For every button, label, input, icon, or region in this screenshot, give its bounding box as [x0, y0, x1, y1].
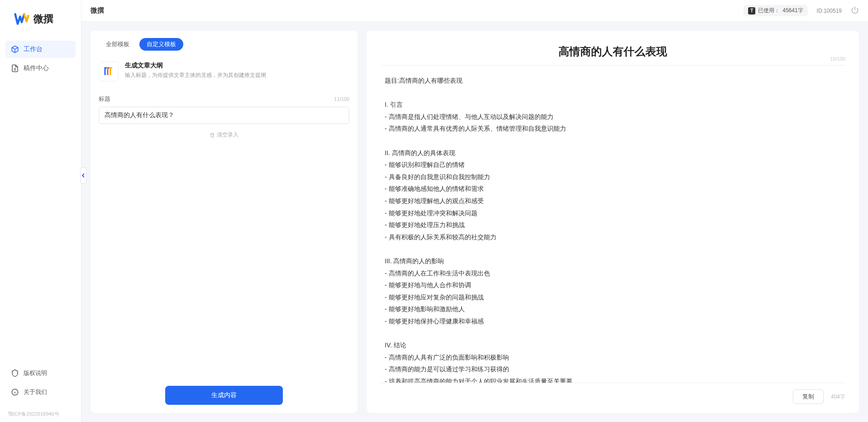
output-panel: 高情商的人有什么表现 10/100 题目:高情商的人有哪些表现 I. 引言 - …: [367, 31, 859, 413]
output-footer: 复制 404字: [367, 383, 859, 413]
template-card: 生成文章大纲 输入标题，为你提供文章主体的灵感，并为其创建推文提纲: [91, 55, 358, 88]
nav-label: 版权说明: [24, 369, 47, 377]
sidebar-footer: 版权说明 关于我们: [0, 359, 81, 408]
logo-icon: [14, 11, 30, 27]
copy-button[interactable]: 复制: [793, 389, 824, 404]
input-panel: 全部模板 自定义模板 生成文章大纲 输入标题，为你提供文章主体的灵感，并为其创建…: [91, 31, 358, 413]
user-id: ID:100519: [817, 8, 842, 14]
page-title: 微撰: [91, 6, 104, 15]
shield-icon: [11, 369, 19, 377]
clear-label: 清空录入: [217, 131, 238, 139]
clear-button[interactable]: 清空录入: [210, 131, 238, 139]
usage-value: 45641字: [782, 7, 803, 14]
output-body: 题目:高情商的人有哪些表现 I. 引言 - 高情商是指人们处理情绪、与他人互动以…: [367, 66, 859, 383]
cube-icon: [11, 45, 19, 53]
output-title: 高情商的人有什么表现: [376, 44, 850, 59]
generate-button[interactable]: 生成内容: [165, 386, 283, 405]
trash-icon: [210, 133, 215, 138]
nav-item-copyright[interactable]: 版权说明: [5, 365, 76, 382]
output-title-count: 10/100: [830, 56, 845, 62]
nav-item-workbench[interactable]: 工作台: [5, 41, 76, 58]
tabs: 全部模板 自定义模板: [91, 31, 358, 55]
sidebar: 微撰 工作台 稿件中心 版权说明 关于我们 鄂ICP备2022016946号: [0, 0, 81, 422]
usage-prefix: 已使用：: [758, 7, 780, 14]
power-icon[interactable]: [851, 6, 859, 16]
usage-badge: T 已使用： 45641字: [744, 5, 807, 16]
content: 全部模板 自定义模板 生成文章大纲 输入标题，为你提供文章主体的灵感，并为其创建…: [81, 22, 868, 422]
main: 微撰 T 已使用： 45641字 ID:100519 全部模板 自定义模板: [81, 0, 868, 422]
template-info: 生成文章大纲 输入标题，为你提供文章主体的灵感，并为其创建推文提纲: [125, 62, 266, 79]
form-section: 标题 11/100 清空录入: [91, 88, 358, 154]
info-icon: [11, 388, 19, 396]
topbar-right: T 已使用： 45641字 ID:100519: [744, 5, 859, 16]
template-desc: 输入标题，为你提供文章主体的灵感，并为其创建推文提纲: [125, 71, 266, 79]
chevron-left-icon: [81, 173, 86, 178]
topbar: 微撰 T 已使用： 45641字 ID:100519: [81, 0, 868, 22]
document-icon: [11, 64, 19, 72]
nav-label: 稿件中心: [24, 64, 49, 72]
logo-text: 微撰: [33, 12, 53, 26]
collapse-handle[interactable]: [80, 167, 86, 184]
output-header: 高情商的人有什么表现 10/100: [367, 31, 859, 65]
nav-label: 工作台: [24, 45, 43, 53]
nav-item-about[interactable]: 关于我们: [5, 384, 76, 401]
tab-all-templates[interactable]: 全部模板: [99, 38, 137, 51]
nav: 工作台 稿件中心: [0, 41, 81, 359]
nav-label: 关于我们: [24, 388, 47, 396]
word-count: 404字: [831, 393, 845, 401]
template-icon: [99, 62, 119, 81]
char-count: 11/100: [334, 96, 349, 102]
nav-item-drafts[interactable]: 稿件中心: [5, 60, 76, 77]
text-icon: T: [748, 7, 755, 14]
icp-text: 鄂ICP备2022016946号: [0, 408, 81, 422]
title-label: 标题: [99, 95, 110, 103]
template-title: 生成文章大纲: [125, 62, 266, 70]
tab-custom-templates[interactable]: 自定义模板: [139, 38, 183, 51]
title-input[interactable]: [99, 107, 349, 124]
logo: 微撰: [0, 0, 81, 41]
